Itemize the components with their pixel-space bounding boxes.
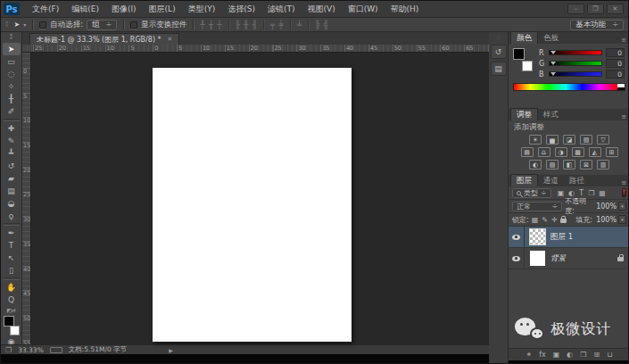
- tab-paths[interactable]: 路径: [564, 175, 590, 186]
- red-slider[interactable]: [549, 50, 602, 55]
- zoom-level[interactable]: 33.33%: [18, 346, 44, 354]
- filter-toggle-switch[interactable]: [622, 188, 626, 197]
- minimize-button[interactable]: –: [567, 4, 584, 14]
- workspace-dropdown[interactable]: 基本功能 ÷: [570, 20, 624, 30]
- brush-tool[interactable]: ✎: [3, 135, 21, 147]
- type-tool[interactable]: T: [3, 239, 21, 252]
- document-tab[interactable]: 未标题-1 @ 33.3% (图层 1, RGB/8) * ✕: [29, 33, 179, 45]
- adjustment-button[interactable]: ◐: [529, 160, 542, 170]
- adjustment-button[interactable]: ◑: [555, 147, 567, 157]
- align-button[interactable]: [290, 20, 291, 30]
- close-button[interactable]: ✕: [607, 4, 624, 14]
- layers-action-button[interactable]: ⊞: [594, 351, 600, 359]
- green-slider[interactable]: [549, 61, 602, 66]
- lock-button[interactable]: ▦: [532, 216, 539, 224]
- visibility-toggle[interactable]: [509, 248, 525, 269]
- panel-menu-icon[interactable]: ≡: [621, 37, 626, 44]
- layer-name[interactable]: 图层 1: [550, 232, 573, 243]
- dodge-tool[interactable]: ϙ: [3, 210, 21, 222]
- align-button[interactable]: [263, 20, 264, 30]
- align-button[interactable]: ╣: [324, 21, 328, 29]
- align-button[interactable]: ╪: [278, 21, 283, 29]
- blue-slider[interactable]: [549, 71, 602, 77]
- lock-all-icon[interactable]: [560, 219, 567, 223]
- background-color-swatch[interactable]: [522, 61, 533, 71]
- tab-color[interactable]: 颜色: [510, 31, 538, 44]
- adjustment-button[interactable]: ▨: [546, 160, 559, 170]
- gradient-tool[interactable]: ▤: [3, 185, 21, 197]
- tool-preset-dropdown-icon[interactable]: ▾: [23, 21, 26, 28]
- foreground-color-swatch[interactable]: [4, 316, 14, 327]
- history-panel-icon[interactable]: ↺: [491, 45, 507, 59]
- spectrum-gradient[interactable]: [514, 84, 617, 90]
- color-spectrum-bar[interactable]: [513, 83, 625, 91]
- zoom-tool[interactable]: Q: [3, 294, 21, 306]
- menu-item[interactable]: 窗口(W): [342, 1, 385, 17]
- menu-item[interactable]: 选择(S): [221, 1, 261, 17]
- tab-close-icon[interactable]: ✕: [168, 36, 173, 43]
- healing-brush-tool[interactable]: ✚: [3, 122, 21, 135]
- layers-action-button[interactable]: ⚭: [526, 351, 533, 359]
- fill-value[interactable]: 100%: [595, 216, 617, 224]
- green-value[interactable]: 0: [606, 59, 625, 68]
- align-button[interactable]: ╀: [200, 21, 204, 29]
- status-arrow-icon[interactable]: ▶: [169, 347, 173, 353]
- layer-thumbnail[interactable]: [530, 251, 545, 266]
- layers-action-button[interactable]: fx: [539, 351, 546, 359]
- align-button[interactable]: ╤: [270, 21, 275, 29]
- tab-styles[interactable]: 样式: [538, 109, 564, 120]
- maximize-button[interactable]: ❐: [587, 4, 604, 14]
- menu-item[interactable]: 类型(Y): [182, 1, 222, 17]
- menu-item[interactable]: 图像(I): [105, 1, 143, 17]
- panel-menu-icon[interactable]: ≡: [621, 179, 626, 186]
- menu-item[interactable]: 帮助(H): [385, 1, 426, 17]
- adjustment-button[interactable]: ⊞: [606, 147, 618, 157]
- layer-row-background[interactable]: 背景: [509, 248, 629, 269]
- adjustment-button[interactable]: ▥: [597, 160, 609, 170]
- adjustment-button[interactable]: ♎: [538, 147, 550, 157]
- filter-kind-button[interactable]: ▣: [558, 189, 565, 197]
- move-tool[interactable]: ➤: [3, 43, 21, 55]
- marquee-tool[interactable]: ▭: [3, 55, 21, 68]
- shape-tool[interactable]: ▯: [3, 264, 21, 277]
- eraser-tool[interactable]: ▰: [3, 172, 21, 185]
- crop-tool[interactable]: ╂: [3, 93, 21, 105]
- adjustment-button[interactable]: ◧: [563, 160, 575, 170]
- adjustment-button[interactable]: ▤: [521, 147, 534, 157]
- auto-select-dropdown[interactable]: 组 ÷: [87, 20, 117, 30]
- canvas-background[interactable]: [31, 53, 489, 344]
- blue-value[interactable]: 0: [606, 70, 625, 79]
- path-select-tool[interactable]: ↖: [3, 252, 21, 264]
- panel-menu-icon[interactable]: ≡: [621, 113, 626, 120]
- eyedropper-tool[interactable]: ✐: [3, 105, 21, 118]
- adjustment-button[interactable]: ◪: [563, 135, 575, 145]
- align-button[interactable]: ╁: [209, 21, 213, 29]
- hand-tool[interactable]: ✋: [3, 281, 21, 294]
- fill-dropdown-icon[interactable]: ▾: [618, 215, 626, 224]
- layers-action-button[interactable]: ▣: [553, 351, 560, 359]
- menu-item[interactable]: 编辑(E): [65, 1, 105, 17]
- align-button[interactable]: ╢: [252, 21, 256, 29]
- tab-channels[interactable]: 通道: [538, 175, 564, 186]
- layers-action-button[interactable]: ◐: [567, 351, 573, 359]
- lock-button[interactable]: ✛: [551, 216, 558, 224]
- adjustment-button[interactable]: ▽: [597, 135, 609, 145]
- adjustment-button[interactable]: ☀: [529, 135, 542, 145]
- history-brush-tool[interactable]: ↺: [3, 160, 21, 172]
- background-color-swatch[interactable]: [10, 326, 20, 335]
- adjustment-button[interactable]: ⊠: [580, 160, 592, 170]
- menu-item[interactable]: 图层(L): [143, 1, 182, 17]
- foreground-background-swatches[interactable]: [3, 316, 21, 335]
- canvas-page[interactable]: [153, 68, 352, 342]
- foreground-color-swatch[interactable]: [513, 48, 525, 60]
- layer-name[interactable]: 背景: [550, 253, 566, 264]
- visibility-toggle[interactable]: [509, 227, 525, 247]
- menu-item[interactable]: 滤镜(T): [261, 1, 302, 17]
- adjustment-button[interactable]: ◭: [589, 147, 601, 157]
- lasso-tool[interactable]: ◌: [3, 68, 21, 80]
- tab-layers[interactable]: 图层: [510, 174, 538, 186]
- adjustment-button[interactable]: ▅: [546, 135, 559, 145]
- layer-row-layer1[interactable]: 图层 1: [509, 227, 629, 248]
- align-button[interactable]: ┼: [217, 21, 221, 29]
- opacity-value[interactable]: 100%: [595, 203, 617, 211]
